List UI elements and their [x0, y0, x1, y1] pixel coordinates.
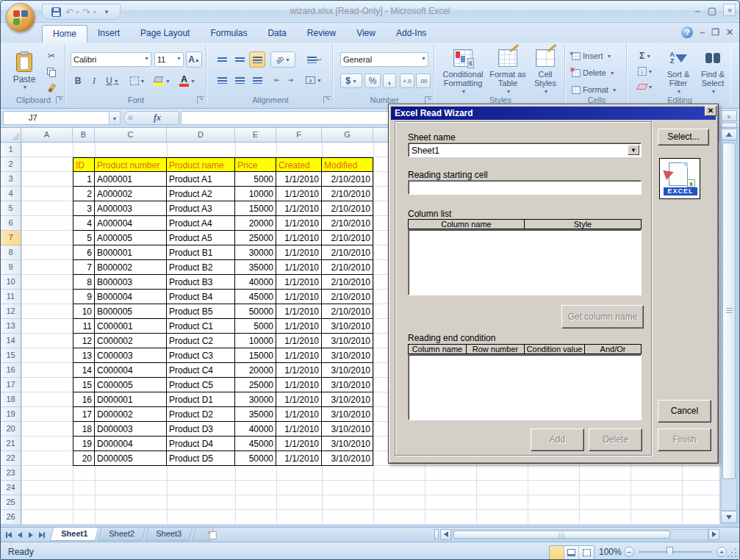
table-cell[interactable]: 3/10/2010: [322, 392, 373, 407]
merge-center-icon[interactable]: a ▼: [301, 72, 326, 88]
autosum-icon[interactable]: Σ▼: [633, 49, 658, 62]
table-cell[interactable]: Product C4: [167, 363, 235, 378]
resize-grip[interactable]: [726, 548, 736, 559]
tab-add-ins[interactable]: Add-Ins: [386, 25, 437, 43]
underline-button[interactable]: U▼: [103, 73, 122, 88]
italic-button[interactable]: I: [87, 73, 101, 88]
table-cell[interactable]: 5: [73, 231, 95, 245]
finish-button[interactable]: Finish: [658, 428, 711, 451]
table-cell[interactable]: 5000: [235, 319, 276, 334]
delete-cells-button[interactable]: ✕ Delete▼: [572, 68, 615, 77]
table-cell[interactable]: Product D4: [167, 437, 235, 451]
grow-font-icon[interactable]: A▲: [186, 51, 202, 68]
row-header-5[interactable]: 5: [1, 201, 21, 216]
copy-icon[interactable]: [43, 65, 60, 79]
paste-button[interactable]: Paste ▼: [8, 47, 40, 96]
row-header-20[interactable]: 20: [1, 422, 21, 437]
row-header-21[interactable]: 21: [1, 437, 21, 451]
row-header-23[interactable]: 23: [1, 466, 21, 481]
column-header-D[interactable]: D: [167, 128, 235, 143]
table-cell[interactable]: 18: [73, 422, 95, 437]
table-header-cell[interactable]: Created: [276, 157, 322, 172]
align-left-icon[interactable]: [214, 72, 230, 88]
maximize-window-icon[interactable]: ▢: [708, 5, 716, 16]
percent-format-icon[interactable]: %: [364, 73, 381, 88]
zoom-slider-thumb[interactable]: [667, 547, 673, 556]
table-cell[interactable]: Product C1: [167, 319, 235, 334]
row-header-13[interactable]: 13: [1, 319, 21, 334]
minimize-workbook-icon[interactable]: –: [700, 27, 705, 37]
horizontal-scroll-thumb[interactable]: [453, 531, 670, 539]
table-cell[interactable]: 40000: [235, 275, 276, 290]
horizontal-scroll-track[interactable]: [451, 529, 708, 540]
table-header-cell[interactable]: Product number: [95, 157, 167, 172]
find-select-button[interactable]: Find & Select▼: [697, 47, 729, 103]
table-cell[interactable]: 12: [73, 334, 95, 348]
table-cell[interactable]: 30000: [235, 245, 276, 260]
table-cell[interactable]: 25000: [235, 231, 276, 245]
table-cell[interactable]: D000002: [95, 407, 167, 422]
table-cell[interactable]: 1/1/2010: [276, 216, 322, 231]
table-cell[interactable]: 45000: [235, 290, 276, 304]
tab-home[interactable]: Home: [42, 25, 87, 43]
insert-cells-button[interactable]: + Insert▼: [572, 51, 611, 60]
page-layout-view-button[interactable]: [564, 546, 579, 559]
sheet-tab-sheet1[interactable]: Sheet1: [50, 528, 99, 541]
table-cell[interactable]: 15: [73, 378, 95, 392]
table-cell[interactable]: Product A4: [167, 216, 235, 231]
column-header-B[interactable]: B: [73, 128, 95, 143]
table-cell[interactable]: 3/10/2010: [322, 348, 373, 363]
delete-button[interactable]: Delete: [589, 428, 642, 451]
table-cell[interactable]: Product B2: [167, 260, 235, 275]
column-header-E[interactable]: E: [235, 128, 276, 143]
format-painter-icon[interactable]: [43, 81, 60, 96]
table-cell[interactable]: 15000: [235, 348, 276, 363]
row-header-12[interactable]: 12: [1, 304, 21, 319]
table-cell[interactable]: 40000: [235, 422, 276, 437]
sheet-tab-sheet2[interactable]: Sheet2: [98, 528, 146, 541]
table-cell[interactable]: 3/10/2010: [322, 407, 373, 422]
row-header-17[interactable]: 17: [1, 378, 21, 392]
tab-insert[interactable]: Insert: [87, 25, 130, 43]
increase-indent-icon[interactable]: ⇥: [284, 72, 297, 88]
table-cell[interactable]: B000005: [95, 304, 167, 319]
row-header-15[interactable]: 15: [1, 348, 21, 363]
table-cell[interactable]: 2/10/2010: [322, 231, 373, 245]
table-cell[interactable]: C000003: [95, 348, 167, 363]
table-cell[interactable]: 1/1/2010: [276, 451, 322, 466]
tab-scroll-splitter[interactable]: [434, 529, 439, 539]
table-header-cell[interactable]: ID: [73, 157, 95, 172]
table-cell[interactable]: 10000: [235, 334, 276, 348]
restore-workbook-icon[interactable]: ❐: [711, 27, 719, 37]
select-all-corner[interactable]: [1, 128, 21, 143]
row-header-26[interactable]: 26: [1, 510, 21, 525]
help-icon[interactable]: ?: [681, 26, 693, 38]
row-header-2[interactable]: 2: [1, 157, 21, 172]
clear-icon[interactable]: ▼: [633, 80, 658, 93]
table-cell[interactable]: 1/1/2010: [276, 231, 322, 245]
table-cell[interactable]: C000005: [95, 378, 167, 392]
zoom-out-icon[interactable]: −: [624, 547, 634, 557]
table-cell[interactable]: 20000: [235, 363, 276, 378]
row-header-11[interactable]: 11: [1, 290, 21, 304]
row-header-14[interactable]: 14: [1, 334, 21, 348]
fill-icon[interactable]: ↓▼: [633, 65, 658, 78]
table-cell[interactable]: 1/1/2010: [276, 245, 322, 260]
table-cell[interactable]: 1/1/2010: [276, 319, 322, 334]
row-header-16[interactable]: 16: [1, 363, 21, 378]
sort-filter-button[interactable]: AZ Sort & Filter▼: [661, 47, 695, 103]
table-cell[interactable]: D000001: [95, 392, 167, 407]
name-box[interactable]: J7: [3, 111, 109, 125]
office-button[interactable]: [6, 3, 35, 32]
dialog-close-icon[interactable]: ✕: [705, 106, 716, 116]
comma-format-icon[interactable]: ,: [383, 73, 396, 88]
previous-sheet-icon[interactable]: [15, 530, 24, 539]
table-cell[interactable]: 3/10/2010: [322, 378, 373, 392]
sheet-name-combo[interactable]: Sheet1 ▼: [408, 143, 642, 157]
increase-decimal-icon[interactable]: +.0: [400, 73, 414, 88]
decrease-indent-icon[interactable]: ⇤: [270, 72, 284, 88]
last-sheet-icon[interactable]: [37, 530, 46, 539]
table-cell[interactable]: 13: [73, 348, 95, 363]
table-cell[interactable]: 10000: [235, 187, 276, 201]
table-cell[interactable]: 14: [73, 363, 95, 378]
